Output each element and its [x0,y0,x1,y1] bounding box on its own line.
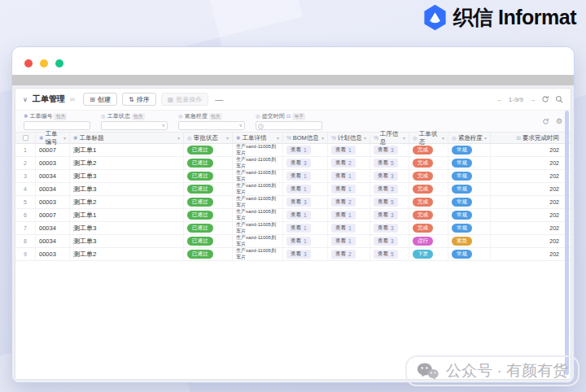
create-button[interactable]: ⊞ 创建 [83,93,117,106]
cell-order-title: 测工单3 [70,183,184,195]
batch-actions-button[interactable]: ▦ 批量操作 [161,93,209,106]
traffic-lights [24,59,63,68]
refresh-icon[interactable] [541,95,549,103]
cell-order-status: 完成 [409,222,448,234]
refresh-icon[interactable] [542,118,549,125]
view-plan-button[interactable]: 查看1 [331,211,356,220]
filter-label: ◎紧急程度包含 [178,112,245,120]
cell-due-time: 202 [491,248,571,260]
column-menu-caret-icon[interactable]: ▾ [484,135,487,141]
minimize-button[interactable] [40,59,48,68]
view-bom-button[interactable]: 查看1 [286,224,311,233]
filter-label: ◎提交时间⊟等于 [256,112,322,120]
share-link-icon[interactable]: ∞ [70,95,75,103]
cell-urgency: 紧急 [448,235,491,247]
cell-bom: 查看1 [283,170,328,182]
column-header-title[interactable]: ✱工单标题▾ [70,133,184,143]
view-bom-button[interactable]: 查看3 [286,159,311,168]
column-header-detail[interactable]: ✱工单详情▾ [233,133,283,143]
close-button[interactable] [24,59,33,68]
view-bom-button[interactable]: 查看3 [286,250,311,259]
row-number: 7 [15,222,36,234]
view-bom-button[interactable]: 查看1 [286,172,311,181]
gear-icon[interactable]: ⚙ [556,117,562,125]
column-header-code[interactable]: ✱工单编号▾ [36,133,70,143]
next-page-icon[interactable]: → [529,96,536,103]
column-menu-caret-icon[interactable]: ▾ [364,135,366,141]
column-menu-caret-icon[interactable]: ▾ [277,135,279,141]
column-header-status[interactable]: ◎工单状态▾ [409,133,448,143]
filter-order-status: ◎工单状态包含∨ [101,112,168,130]
search-icon[interactable] [555,95,563,103]
view-plan-button[interactable]: 查看1 [331,146,356,155]
view-bom-button[interactable]: 查看1 [286,237,311,246]
view-plan-button[interactable]: 查看2 [331,159,356,168]
column-menu-caret-icon[interactable]: ▾ [63,135,66,141]
column-header-select[interactable] [15,133,36,143]
order-status-input[interactable]: ∨ [101,121,168,130]
cell-process: 查看3 [370,144,409,156]
view-bom-button[interactable]: 查看1 [286,211,311,220]
column-header-plan[interactable]: %计划信息▾ [328,133,370,143]
cell-order-detail: 生产xazd-11005刹车片 [233,248,283,260]
vertical-scrollbar[interactable] [565,111,569,375]
table-row: 300034测工单3已通过生产xazd-11005刹车片查看1查看1查看3完成常… [15,170,571,183]
view-process-button[interactable]: 查看3 [374,237,398,246]
column-menu-caret-icon[interactable]: ▾ [321,135,324,141]
view-bom-button[interactable]: 查看3 [286,198,311,207]
column-header-due[interactable]: ⊟要求完成时间 [491,133,571,143]
brand-logo: 织信 Informat [422,4,576,31]
table-header: ✱工单编号▾✱工单标题▾◎审批状态▾✱工单详情▾%BOM信息▾%计划信息▾%工序… [15,133,571,144]
cell-order-code: 00007 [36,144,70,156]
view-process-button[interactable]: 查看3 [374,185,398,194]
cell-order-title: 测工单3 [70,235,184,247]
view-process-button[interactable]: 查看5 [374,250,398,259]
view-bom-button[interactable]: 查看1 [286,146,311,155]
view-process-button[interactable]: 查看5 [374,159,398,168]
filter-label: ◎工单状态包含 [101,112,168,120]
table-row: 700034测工单3已通过生产xazd-11005刹车片查看1查看1查看3完成常… [15,222,571,235]
view-plan-button[interactable]: 查看1 [331,172,356,181]
toolbar: ∨ 工单管理 ∞ ⊞ 创建 ⇅ 排序 ▦ 批量操作 — [15,89,571,110]
column-header-urgency[interactable]: ◎紧急程度▾ [448,133,491,143]
view-process-button[interactable]: 查看5 [374,198,398,207]
view-count: 2 [348,251,352,257]
order-no-input[interactable] [24,121,90,130]
column-menu-caret-icon[interactable]: ▾ [442,135,444,141]
urgency-input[interactable]: ∨ [178,121,245,130]
link-field-icon: % [374,135,378,141]
view-plan-button[interactable]: 查看1 [331,185,356,194]
pagination: ← 1-9/9 → [496,95,563,103]
collapse-icon[interactable]: ∨ [23,96,28,103]
view-process-button[interactable]: 查看3 [374,224,398,233]
view-count: 1 [304,225,307,231]
link-field-icon: % [331,135,336,141]
maximize-button[interactable] [55,59,63,68]
view-process-button[interactable]: 查看3 [374,172,398,181]
more-icon[interactable]: — [215,95,223,104]
view-process-button[interactable]: 查看3 [374,146,398,155]
view-bom-button[interactable]: 查看1 [286,185,311,194]
column-header-process[interactable]: %工序信息▾ [370,133,409,143]
prev-page-icon[interactable]: ← [496,96,503,103]
view-process-button[interactable]: 查看3 [374,211,398,220]
column-menu-caret-icon[interactable]: ▾ [403,135,405,141]
select-field-icon: ◎ [452,135,457,142]
column-header-approval[interactable]: ◎审批状态▾ [184,133,233,143]
pagination-range: 1-9/9 [509,96,523,103]
column-menu-caret-icon[interactable]: ▾ [226,135,229,141]
view-count: 1 [304,147,307,153]
cell-urgency: 常规 [448,248,491,260]
batch-button-label: 批量操作 [176,95,202,104]
view-plan-button[interactable]: 查看1 [331,224,356,233]
view-plan-button[interactable]: 查看2 [331,198,356,207]
submit-time-input[interactable] [256,121,322,130]
column-label: 工单详情 [242,134,266,142]
sort-button[interactable]: ⇅ 排序 [122,93,156,106]
select-all-checkbox[interactable] [23,135,28,141]
cell-order-detail: 生产xazd-11005刹车片 [233,222,283,234]
view-plan-button[interactable]: 查看2 [331,250,356,259]
column-header-bom[interactable]: %BOM信息▾ [283,133,328,143]
column-menu-caret-icon[interactable]: ▾ [177,135,180,141]
view-plan-button[interactable]: 查看1 [331,237,356,246]
